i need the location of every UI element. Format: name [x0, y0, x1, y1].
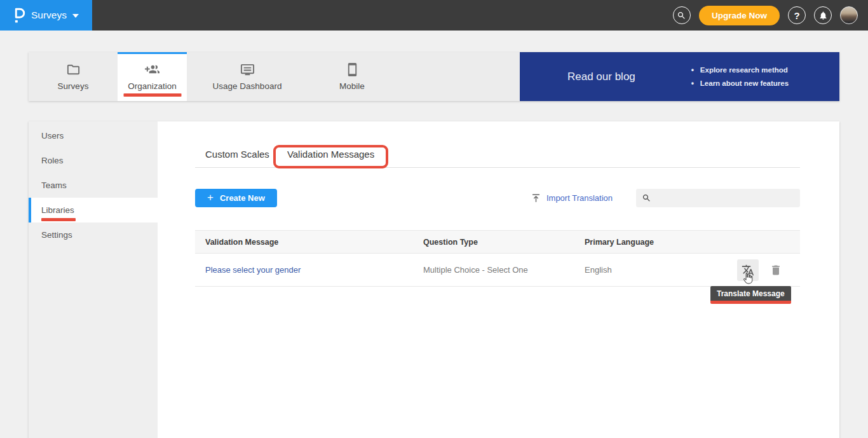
table-row: Please select your gender Multiple Choic… [195, 254, 800, 287]
search-input[interactable] [651, 193, 800, 203]
validation-messages-table: Validation Message Question Type Primary… [195, 230, 800, 287]
notifications-button[interactable] [814, 6, 832, 24]
blog-banner[interactable]: Read our blog Explore research method Le… [520, 52, 839, 101]
chevron-down-icon [72, 14, 79, 18]
search-button[interactable] [673, 6, 691, 24]
annotation-underline-libraries [41, 218, 76, 221]
hand-cursor-icon [741, 271, 755, 285]
nav-tab-label: Surveys [58, 81, 89, 91]
translate-message-tooltip: Translate Message [710, 286, 791, 304]
nav-tab-label: Mobile [339, 81, 365, 91]
toolbar-right: Import Translation [531, 189, 800, 207]
bell-icon [818, 11, 828, 20]
import-translation-label: Import Translation [546, 193, 613, 203]
nav-tab-mobile[interactable]: Mobile [308, 52, 397, 101]
primary-language-cell: English [585, 265, 737, 275]
table-search-box[interactable] [636, 189, 800, 207]
help-button[interactable]: ? [788, 6, 806, 24]
primary-nav-card: Surveys Organization Usage Dashboard Mob… [29, 52, 839, 101]
toolbar: + Create New Import Translation [195, 189, 800, 207]
sidebar-item-label: Libraries [41, 205, 74, 215]
libraries-content: Custom Scales Validation Messages + Crea… [158, 121, 839, 438]
sidebar-item-teams[interactable]: Teams [29, 173, 158, 198]
import-translation-link[interactable]: Import Translation [531, 193, 613, 203]
topbar: Surveys Upgrade Now ? [0, 0, 868, 31]
annotation-underline-organization [123, 93, 181, 97]
group-add-icon [145, 62, 159, 77]
upgrade-now-button[interactable]: Upgrade Now [699, 6, 780, 25]
sidebar-item-libraries[interactable]: Libraries [29, 198, 158, 222]
user-avatar[interactable] [840, 6, 858, 24]
nav-tab-surveys[interactable]: Surveys [29, 52, 118, 101]
blog-banner-title: Read our blog [567, 71, 635, 83]
dashboard-screen-icon [240, 62, 255, 77]
tab-label: Validation Messages [287, 149, 374, 160]
nav-spacer [397, 52, 520, 101]
search-icon [642, 193, 651, 203]
validation-message-link[interactable]: Please select your gender [205, 265, 423, 275]
product-name: Surveys [31, 10, 67, 21]
folder-icon [66, 62, 81, 77]
upload-icon [531, 193, 541, 203]
table-header-row: Validation Message Question Type Primary… [195, 230, 800, 254]
create-new-button[interactable]: + Create New [195, 189, 277, 207]
tab-custom-scales[interactable]: Custom Scales [200, 149, 275, 168]
column-header-primary-language: Primary Language [585, 238, 737, 247]
blog-bullet-list: Explore research method Learn about new … [691, 64, 789, 90]
organization-panel: Users Roles Teams Libraries Settings Cus… [29, 121, 839, 438]
blog-bullet: Explore research method [691, 64, 789, 77]
libraries-tabs: Custom Scales Validation Messages [200, 149, 800, 168]
sidebar-item-label: Users [41, 131, 64, 140]
plus-icon: + [207, 191, 214, 204]
sidebar-item-label: Roles [41, 156, 64, 165]
nav-tab-organization[interactable]: Organization [118, 52, 187, 101]
tab-label: Custom Scales [205, 149, 269, 160]
create-new-label: Create New [220, 193, 265, 203]
question-mark-icon: ? [794, 10, 799, 21]
smartphone-icon [345, 62, 360, 77]
sidebar-item-label: Settings [41, 230, 72, 240]
sidebar-item-settings[interactable]: Settings [29, 222, 158, 247]
question-type-cell: Multiple Choice - Select One [423, 265, 585, 275]
column-header-question-type: Question Type [423, 238, 585, 247]
brand-p-logo-icon [13, 8, 25, 24]
blog-bullet: Learn about new features [691, 77, 789, 90]
topbar-actions: Upgrade Now ? [673, 6, 868, 25]
tab-validation-messages[interactable]: Validation Messages [282, 149, 379, 168]
nav-tab-label: Usage Dashboard [213, 81, 282, 91]
sidebar-item-label: Teams [41, 181, 67, 190]
delete-message-button[interactable] [770, 264, 782, 277]
column-header-validation-message: Validation Message [205, 238, 423, 247]
product-switcher[interactable]: Surveys [0, 0, 92, 31]
organization-sidebar: Users Roles Teams Libraries Settings [29, 121, 158, 438]
sidebar-item-users[interactable]: Users [29, 123, 158, 148]
nav-tab-usage-dashboard[interactable]: Usage Dashboard [187, 52, 308, 101]
primary-nav-tabs: Surveys Organization Usage Dashboard Mob… [29, 52, 397, 101]
sidebar-item-roles[interactable]: Roles [29, 148, 158, 173]
nav-tab-label: Organization [128, 81, 177, 91]
trash-icon [770, 264, 782, 277]
search-icon [677, 11, 686, 20]
